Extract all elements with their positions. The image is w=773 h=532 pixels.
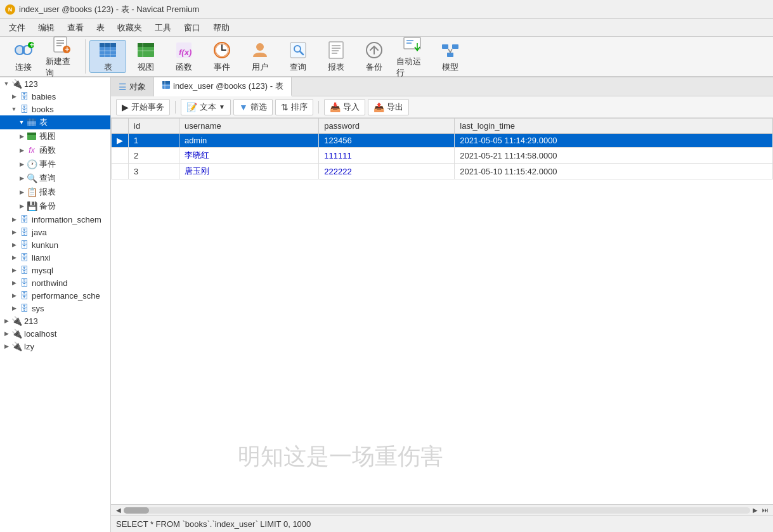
sidebar-item-kunkun[interactable]: ▶ 🗄 kunkun [0, 238, 110, 251]
new-query-button[interactable]: + 新建查询 [43, 40, 80, 73]
tab-object[interactable]: ☰ 对象 [111, 77, 154, 96]
cell-username[interactable]: admin [179, 134, 318, 148]
model-button[interactable]: 模型 [432, 40, 469, 73]
db-icon-lianxi: 🗄 [19, 252, 29, 263]
menu-window[interactable]: 窗口 [178, 20, 207, 36]
table-row[interactable]: 2李晓红1111112021-05-21 11:14:58.0000 [112, 148, 773, 164]
sidebar-item-information-schema[interactable]: ▶ 🗄 information_schem [0, 213, 110, 226]
connect-button[interactable]: + 连接 [5, 40, 42, 73]
cell-password[interactable]: 123456 [319, 134, 455, 148]
sidebar-item-northwind[interactable]: ▶ 🗄 northwind [0, 276, 110, 289]
import-button[interactable]: 📥 导入 [324, 99, 365, 115]
event-button[interactable]: 事件 [204, 40, 240, 73]
sidebar-item-lzy[interactable]: ▶ 🔌 lzy [0, 340, 110, 353]
scroll-left-button[interactable]: ◀ [114, 505, 124, 516]
sidebar-item-view-group[interactable]: ▶ 视图 [0, 129, 110, 143]
user-button[interactable]: 用户 [242, 40, 278, 73]
table-row[interactable]: 3唐玉刚2222222021-05-10 11:15:42.0000 [112, 164, 773, 179]
tab-table-icon [162, 81, 171, 91]
sidebar-item-query-group[interactable]: ▶ 🔍 查询 [0, 171, 110, 185]
report-button[interactable]: 报表 [318, 40, 354, 73]
tab-table[interactable]: index_user @books (123) - 表 [154, 77, 292, 96]
menu-favorites[interactable]: 收藏夹 [111, 20, 148, 36]
sidebar-item-report-group[interactable]: ▶ 📋 报表 [0, 185, 110, 199]
toolbar-group-objects: 表 视图 f(x) 函数 [89, 39, 474, 74]
cell-last_login_time[interactable]: 2021-05-10 11:15:42.0000 [455, 164, 773, 179]
sidebar-item-func-group[interactable]: ▶ fx 函数 [0, 143, 110, 157]
table-header-password[interactable]: password [319, 119, 455, 134]
cell-username[interactable]: 李晓红 [179, 148, 318, 164]
view-button[interactable]: 视图 [127, 40, 164, 73]
scroll-end-button[interactable]: ⏭ [760, 505, 770, 516]
cell-id[interactable]: 2 [129, 148, 179, 164]
function-label: 函数 [176, 62, 192, 73]
db-icon-sys: 🗄 [19, 303, 29, 313]
export-button[interactable]: 📤 导出 [368, 99, 409, 115]
expand-arrow-mysql: ▶ [10, 266, 18, 274]
sidebar-item-123[interactable]: ▼ 🔌 123 [0, 77, 110, 90]
sidebar-item-performance-schema[interactable]: ▶ 🗄 performance_sche [0, 289, 110, 302]
sort-icon: ⇅ [281, 102, 289, 112]
table-header-id[interactable]: id [129, 119, 179, 134]
sidebar-item-books[interactable]: ▼ 🗄 books [0, 103, 110, 115]
sidebar-item-babies[interactable]: ▶ 🗄 babies [0, 90, 110, 103]
menu-help[interactable]: 帮助 [207, 20, 236, 36]
sidebar-item-java[interactable]: ▶ 🗄 java [0, 226, 110, 238]
autorun-button[interactable]: 自动运行 [394, 40, 431, 73]
svg-rect-31 [329, 42, 343, 58]
table-button[interactable]: 表 [89, 40, 126, 73]
menu-view[interactable]: 查看 [61, 20, 90, 36]
sidebar-item-sys[interactable]: ▶ 🗄 sys [0, 302, 110, 315]
cell-password[interactable]: 111111 [319, 148, 455, 164]
expand-arrow-java: ▶ [10, 228, 18, 236]
sidebar-item-213[interactable]: ▶ 🔌 213 [0, 315, 110, 327]
svg-rect-43 [447, 53, 453, 57]
menu-table[interactable]: 表 [90, 20, 111, 36]
sidebar-item-lianxi[interactable]: ▶ 🗄 lianxi [0, 251, 110, 264]
function-button[interactable]: f(x) 函数 [166, 40, 202, 73]
expand-arrow-lianxi: ▶ [10, 254, 18, 261]
new-query-icon: + [51, 34, 72, 55]
filter-button[interactable]: ▼ 筛选 [233, 99, 273, 115]
cell-last_login_time[interactable]: 2021-05-05 11:14:29.0000 [455, 134, 773, 148]
main-area: ▼ 🔌 123 ▶ 🗄 babies ▼ 🗄 books ▼ 表 ▶ [0, 77, 773, 532]
status-bar: SELECT * FROM `books`.`index_user` LIMIT… [111, 516, 773, 532]
menu-tools[interactable]: 工具 [148, 20, 178, 36]
sidebar-item-event-group[interactable]: ▶ 🕐 事件 [0, 157, 110, 171]
query-button[interactable]: 查询 [280, 40, 316, 73]
cell-password[interactable]: 222222 [319, 164, 455, 179]
view-label: 视图 [138, 62, 154, 73]
table-icon [98, 40, 118, 60]
cell-id[interactable]: 1 [129, 134, 179, 148]
scroll-right-button[interactable]: ▶ [750, 505, 760, 516]
sidebar-item-table-group[interactable]: ▼ 表 [0, 115, 110, 129]
cell-username[interactable]: 唐玉刚 [179, 164, 318, 179]
connection-icon-213: 🔌 [11, 316, 22, 326]
model-icon [440, 40, 460, 60]
sidebar-item-localhost[interactable]: ▶ 🔌 localhost [0, 327, 110, 340]
text-dropdown-icon[interactable]: ▼ [219, 103, 225, 110]
tab-object-label: 对象 [129, 81, 146, 93]
begin-transaction-button[interactable]: ▶ 开始事务 [116, 99, 170, 115]
cell-id[interactable]: 3 [129, 164, 179, 179]
toolbar: + 连接 + 新建查询 [0, 37, 773, 77]
sidebar-item-backup-group[interactable]: ▶ 💾 备份 [0, 199, 110, 213]
table-row[interactable]: ▶1admin1234562021-05-05 11:14:29.0000 [112, 134, 773, 148]
backup-icon [364, 40, 384, 60]
sort-label: 排序 [291, 101, 308, 113]
scroll-track[interactable] [124, 507, 750, 514]
app-icon: N [5, 4, 15, 15]
scroll-thumb[interactable] [124, 507, 149, 514]
window-title: index_user @books (123) - 表 - Navicat Pr… [19, 4, 199, 15]
menu-edit[interactable]: 编辑 [32, 20, 61, 36]
table-header-last-login-time[interactable]: last_login_time [455, 119, 773, 134]
report-icon [326, 40, 346, 60]
sidebar-item-mysql[interactable]: ▶ 🗄 mysql [0, 264, 110, 276]
menu-file[interactable]: 文件 [3, 20, 32, 36]
import-icon: 📥 [330, 102, 341, 112]
sort-button[interactable]: ⇅ 排序 [275, 99, 313, 115]
text-button[interactable]: 📝 文本 ▼ [181, 99, 231, 115]
table-header-username[interactable]: username [179, 119, 318, 134]
backup-button[interactable]: 备份 [356, 40, 393, 73]
cell-last_login_time[interactable]: 2021-05-21 11:14:58.0000 [455, 148, 773, 164]
